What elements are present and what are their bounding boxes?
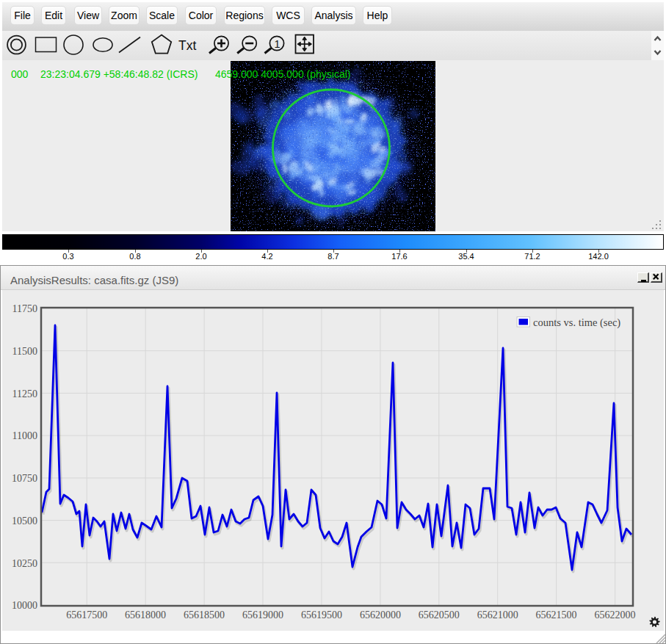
svg-text:65618500: 65618500 [184, 609, 225, 621]
svg-text:10250: 10250 [12, 558, 37, 569]
svg-text:65620500: 65620500 [419, 609, 460, 621]
svg-text:65620000: 65620000 [360, 609, 401, 621]
svg-text:65622000: 65622000 [595, 609, 636, 621]
svg-text:1: 1 [275, 38, 280, 50]
svg-text:10000: 10000 [12, 600, 37, 611]
svg-text:65621000: 65621000 [477, 609, 518, 621]
svg-text:65619500: 65619500 [301, 609, 342, 621]
svg-text:11500: 11500 [12, 346, 37, 357]
svg-text:counts vs. time (sec): counts vs. time (sec) [533, 316, 620, 329]
svg-text:65618000: 65618000 [125, 609, 166, 621]
svg-text:10500: 10500 [12, 515, 37, 527]
svg-text:Txt: Txt [178, 38, 196, 53]
svg-text:11000: 11000 [12, 430, 37, 441]
svg-text:11250: 11250 [12, 388, 37, 399]
svg-text:11750: 11750 [12, 303, 37, 314]
svg-text:10750: 10750 [12, 473, 37, 484]
svg-text:65619000: 65619000 [242, 609, 283, 621]
svg-text:65621500: 65621500 [536, 609, 577, 621]
svg-text:65617500: 65617500 [66, 609, 107, 621]
